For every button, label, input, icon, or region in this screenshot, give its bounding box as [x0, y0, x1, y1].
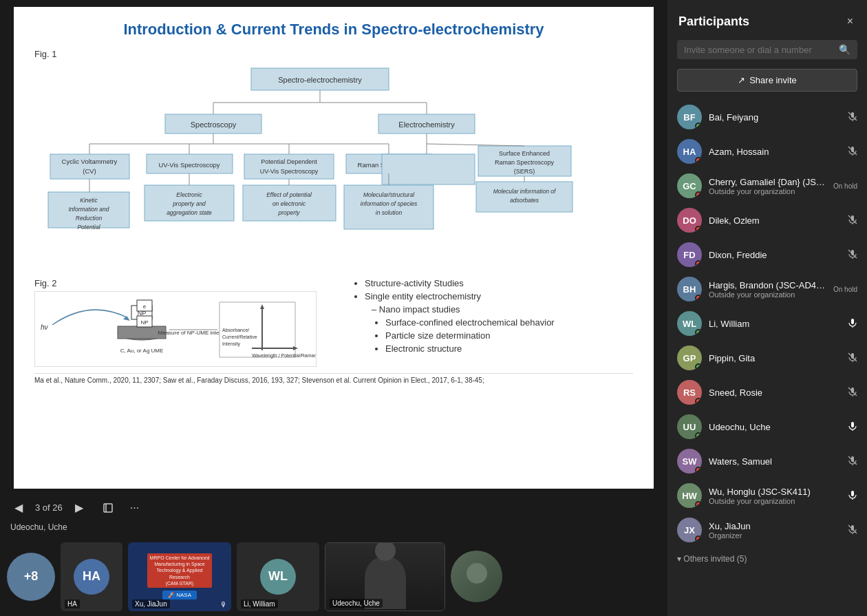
overflow-tile[interactable]: +8 [7, 553, 55, 601]
participant-name-xu-jiajun: Xu, JiaJun [709, 521, 841, 531]
search-box[interactable]: 🔍 [677, 40, 857, 59]
svg-text:Spectroscopy: Spectroscopy [191, 120, 237, 129]
status-dot-wu-honglu [695, 501, 702, 508]
svg-text:aggregation state: aggregation state [167, 209, 212, 216]
avatar-bai-feiyang: BF [677, 105, 702, 129]
svg-text:Molecular information of: Molecular information of [493, 188, 557, 195]
participant-item-xu-jiajun[interactable]: JXXu, JiaJunOrganizer [667, 513, 867, 547]
participant-item-pippin-gita[interactable]: GPPippin, Gita [667, 341, 867, 375]
participant-item-waters-samuel[interactable]: SWWaters, Samuel [667, 444, 867, 478]
svg-text:Surface Enhanced: Surface Enhanced [499, 150, 550, 157]
video-strip: +8 HA HA MRPO Center for AdvancedManufac… [0, 537, 667, 616]
fig2-svg: hν NP C, Au, or Ag UME Measure of NP-UME… [34, 291, 317, 367]
participant-item-hargis-brandon[interactable]: BHHargis, Brandon (JSC-AD4)...Outside yo… [667, 272, 867, 306]
participant-item-sneed-rosie[interactable]: RSSneed, Rosie [667, 375, 867, 410]
presenter-label: Udeochu, Uche [10, 522, 67, 532]
nav-bar: ◀ 3 of 26 ▶ ··· [0, 489, 667, 527]
status-dot-azam-hossain [695, 157, 702, 164]
status-dot-udeochu-uche [695, 432, 702, 439]
video-tile-cam: MRPO Center for AdvancedManufacturing in… [128, 542, 231, 611]
svg-text:Intensity: Intensity [222, 341, 241, 347]
participant-item-azam-hossain[interactable]: HAAzam, Hossain [667, 134, 867, 169]
others-invited-label: ▾ Others invited (5) [667, 547, 867, 566]
mic-icon-dilek-ozlem [848, 215, 857, 226]
avatar-ha: HA [74, 559, 109, 595]
status-dot-hargis-brandon [695, 295, 702, 301]
next-button[interactable]: ▶ [71, 497, 87, 518]
svg-text:Information and: Information and [68, 206, 109, 213]
participant-item-cherry-gamaliel[interactable]: GCCherry, Gamaliel {Dan} (JSC...Outside … [667, 169, 867, 203]
svg-text:Potential: Potential [77, 224, 100, 231]
video-label-udeochu: Udeochu, Uche [330, 599, 383, 608]
participant-item-dilek-ozlem[interactable]: DODilek, Ozlem [667, 203, 867, 237]
svg-text:(CV): (CV) [83, 167, 96, 175]
participants-sidebar: Participants × 🔍 ↗ Share invite BFBai, F… [667, 0, 867, 616]
more-options-button[interactable]: ··· [126, 498, 143, 518]
diagram-svg: Spectro-electrochemistry Spectroscopy [38, 65, 630, 271]
svg-rect-95 [851, 319, 854, 324]
diagram-area: Spectro-electrochemistry Spectroscopy [34, 65, 633, 271]
svg-text:hν: hν [41, 323, 48, 331]
participant-item-udeochu-uche[interactable]: UUUdeochu, Uche [667, 410, 867, 444]
svg-text:Molecular/structural: Molecular/structural [363, 191, 415, 198]
svg-rect-108 [851, 491, 854, 496]
svg-text:property and: property and [172, 200, 206, 207]
cam-logo: 🚀 NASA [162, 591, 197, 599]
status-dot-cherry-gamaliel [695, 191, 702, 198]
fig2-label: Fig. 2 [34, 278, 323, 288]
svg-text:Potential Dependent: Potential Dependent [261, 158, 317, 165]
participant-info-dilek-ozlem: Dilek, Ozlem [709, 215, 841, 226]
participant-info-hargis-brandon: Hargis, Brandon (JSC-AD4)...Outside your… [709, 280, 826, 299]
svg-text:Electrochemistry: Electrochemistry [398, 120, 455, 129]
participant-name-dilek-ozlem: Dilek, Ozlem [709, 215, 841, 226]
mic-icon-xu: 🎙 [220, 601, 227, 608]
participant-name-waters-samuel: Waters, Samuel [709, 456, 841, 467]
participant-info-li-william: Li, William [709, 319, 841, 329]
svg-rect-103 [851, 422, 854, 427]
mic-icon-bai-feiyang [848, 111, 857, 123]
bullet-area: Structure-activity Studies Single entity… [334, 278, 633, 369]
video-label-wl: Li, William [241, 599, 278, 608]
svg-text:property: property [277, 209, 300, 216]
participant-name-wu-honglu: Wu, Honglu (JSC-SK411) [709, 487, 841, 497]
close-sidebar-button[interactable]: × [844, 12, 856, 30]
page-info: 3 of 26 [35, 502, 63, 513]
avatar-dixon-freddie: FD [677, 242, 702, 267]
participant-name-dixon-freddie: Dixon, Freddie [709, 250, 841, 260]
avatar-dilek-ozlem: DO [677, 208, 702, 233]
mic-icon-azam-hossain [848, 146, 857, 158]
status-dot-dixon-freddie [695, 260, 702, 267]
cam-badge: MRPO Center for AdvancedManufacturing in… [147, 553, 213, 587]
participant-item-bai-feiyang[interactable]: BFBai, Feiyang [667, 100, 867, 134]
fullscreen-button[interactable] [98, 498, 118, 518]
mic-icon-waters-samuel [848, 456, 857, 467]
sidebar-title: Participants [678, 14, 749, 29]
status-dot-bai-feiyang [695, 123, 702, 129]
on-hold-badge-cherry-gamaliel: On hold [833, 182, 857, 190]
svg-text:Cyclic Voltammetry: Cyclic Voltammetry [62, 158, 118, 165]
participant-info-bai-feiyang: Bai, Feiyang [709, 112, 841, 123]
svg-text:ė: ė [143, 304, 147, 310]
participant-item-dixon-freddie[interactable]: FDDixon, Freddie [667, 237, 867, 272]
status-dot-xu-jiajun [695, 535, 702, 542]
participants-container: BFBai, FeiyangHAAzam, HossainGCCherry, G… [667, 100, 867, 547]
avatar-azam-hossain: HA [677, 139, 702, 164]
prev-button[interactable]: ◀ [10, 497, 27, 518]
participant-item-li-william[interactable]: WLLi, William [667, 306, 867, 341]
participant-item-wu-honglu[interactable]: HWWu, Honglu (JSC-SK411)Outside your org… [667, 478, 867, 513]
participant-name-li-william: Li, William [709, 319, 841, 329]
share-icon: ↗ [738, 75, 745, 85]
slide-content: Introduction & Current Trends in Spectro… [14, 7, 654, 489]
avatar-li-william: WL [677, 311, 702, 336]
participant-info-azam-hossain: Azam, Hossain [709, 147, 841, 157]
participant-info-dixon-freddie: Dixon, Freddie [709, 250, 841, 260]
participant-info-waters-samuel: Waters, Samuel [709, 456, 841, 467]
participant-info-cherry-gamaliel: Cherry, Gamaliel {Dan} (JSC...Outside yo… [709, 177, 826, 195]
share-invite-button[interactable]: ↗ Share invite [677, 69, 857, 92]
mic-icon-xu-jiajun [848, 524, 857, 536]
search-input[interactable] [684, 45, 839, 55]
mic-icon-wu-honglu [848, 490, 857, 502]
participant-info-udeochu-uche: Udeochu, Uche [709, 422, 841, 432]
status-dot-dilek-ozlem [695, 226, 702, 233]
status-dot-li-william [695, 329, 702, 336]
